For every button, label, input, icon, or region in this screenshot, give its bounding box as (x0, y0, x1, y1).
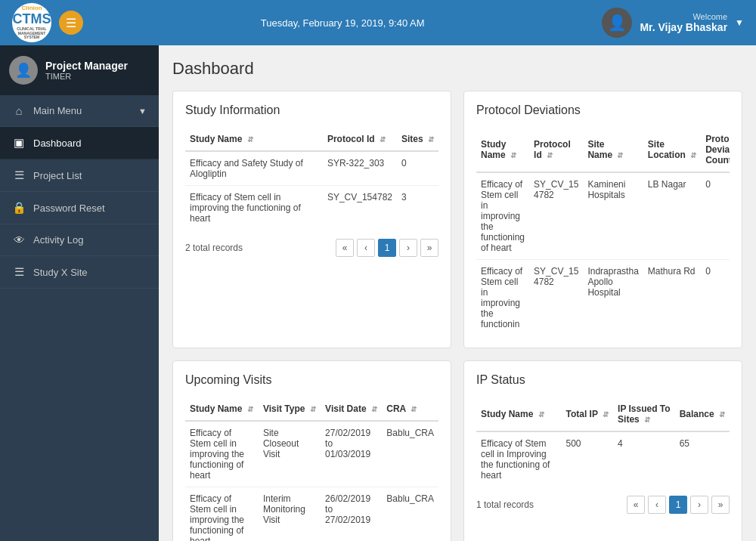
ip-col-issued: IP Issued ToSites ⇵ (613, 397, 675, 431)
pd-sort-site-name[interactable]: ⇵ (617, 151, 623, 159)
ip-page-current-btn[interactable]: 1 (669, 496, 687, 514)
protocol-deviations-card: Protocol Deviations StudyName ⇵ Protocol… (463, 91, 742, 348)
ip-sort-issued[interactable]: ⇵ (644, 416, 650, 424)
protocol-deviations-title: Protocol Deviations (476, 104, 730, 117)
sort-sites[interactable]: ⇵ (428, 135, 434, 144)
sidebar-label-activity-log: Activity Log (33, 234, 83, 246)
sidebar-label-project-list: Project List (33, 170, 82, 181)
cell-pd-site-location: LB Nagar (643, 172, 701, 260)
profile-info: Project Manager TIMER (45, 60, 128, 81)
ip-page-first-btn[interactable]: « (627, 496, 645, 514)
study-info-table: Study Name ⇵ Protocol Id ⇵ Sites ⇵ Effic… (185, 128, 438, 230)
uv-sort-cra[interactable]: ⇵ (411, 405, 417, 413)
ctms-text: CTMS (12, 12, 51, 27)
uv-sort-study-name[interactable]: ⇵ (247, 405, 253, 413)
ip-status-pagination: 1 total records « ‹ 1 › » (476, 496, 730, 514)
sidebar-item-password-reset[interactable]: 🔒 Password Reset (0, 192, 159, 224)
uv-sort-visit-date[interactable]: ⇵ (371, 405, 377, 413)
table-row: Efficacy of Stem cell in improving the f… (185, 487, 438, 542)
pd-col-site-location: SiteLocation ⇵ (643, 128, 701, 172)
logo-circle: Clinion CTMS CLINICAL TRIAL MANAGEMENT S… (12, 3, 51, 42)
page-next-btn[interactable]: › (399, 239, 417, 257)
pd-col-study-name: StudyName ⇵ (476, 128, 529, 172)
pd-col-site-name: SiteName ⇵ (583, 128, 643, 172)
sort-protocol-id[interactable]: ⇵ (380, 135, 386, 144)
study-info-total: 2 total records (185, 243, 333, 253)
datetime-display: Tuesday, February 19, 2019, 9:40 AM (261, 17, 425, 29)
table-row: Efficacy of Stem cell in improving the f… (476, 172, 730, 260)
ip-status-title: IP Status (476, 373, 730, 387)
user-dropdown-arrow[interactable]: ▼ (735, 17, 744, 28)
cell-pd-count: 0 (701, 260, 730, 336)
cell-study-name: Efficacy of Stem cell in improving the f… (185, 186, 323, 230)
cell-pd-study-name: Efficacy of Stem cell in improving the f… (476, 172, 529, 260)
ip-sort-total-ip[interactable]: ⇵ (603, 410, 609, 419)
sidebar-item-project-list[interactable]: ☰ Project List (0, 159, 159, 192)
cell-pd-site-name: Kamineni Hospitals (583, 172, 643, 260)
welcome-text-block: Welcome Mr. Vijay Bhaskar (640, 12, 727, 33)
cell-study-name: Efficacy and Safety Study of Alogliptin (185, 151, 323, 186)
page-current-btn[interactable]: 1 (378, 239, 396, 257)
ip-col-study-name: Study Name ⇵ (476, 397, 562, 431)
sidebar-item-dashboard[interactable]: ▣ Dashboard (0, 127, 159, 159)
sidebar-label-main-menu: Main Menu (33, 105, 82, 116)
ip-sort-study-name[interactable]: ⇵ (538, 410, 544, 419)
study-site-icon: ☰ (12, 265, 26, 279)
cell-protocol-id: SYR-322_303 (323, 151, 397, 186)
top-navigation: Clinion CTMS CLINICAL TRIAL MANAGEMENT S… (0, 0, 756, 45)
cell-pd-study-name: Efficacy of Stem cell in improving the f… (476, 260, 529, 336)
ip-status-card: IP Status Study Name ⇵ Total IP ⇵ IP Iss… (463, 360, 742, 541)
page-title: Dashboard (172, 59, 742, 79)
upcoming-visits-card: Upcoming Visits Study Name ⇵ Visit Type … (172, 360, 451, 541)
page-last-btn[interactable]: » (420, 239, 438, 257)
cell-uv-study-name: Efficacy of Stem cell in improving the f… (185, 421, 259, 487)
main-menu-arrow: ▼ (138, 107, 147, 116)
sidebar-label-password-reset: Password Reset (33, 202, 105, 214)
sidebar-item-activity-log[interactable]: 👁 Activity Log (0, 224, 159, 256)
cell-uv-visit-date: 26/02/2019 to 27/02/2019 (321, 487, 382, 542)
page-prev-btn[interactable]: ‹ (357, 239, 375, 257)
hamburger-menu-button[interactable]: ☰ (59, 11, 83, 35)
pd-sort-protocol-id[interactable]: ⇵ (547, 151, 553, 159)
sidebar-label-dashboard: Dashboard (33, 138, 82, 149)
page-first-btn[interactable]: « (336, 239, 354, 257)
pd-sort-study-name[interactable]: ⇵ (510, 151, 516, 159)
sidebar-item-study-x-site[interactable]: ☰ Study X Site (0, 256, 159, 289)
lock-icon: 🔒 (12, 201, 26, 215)
sidebar-navigation: ⌂ Main Menu ▼ ▣ Dashboard ☰ Project List… (0, 95, 159, 541)
welcome-label: Welcome (640, 12, 727, 21)
home-icon: ⌂ (12, 104, 26, 117)
cell-pd-protocol-id: SY_CV_15 4782 (529, 260, 583, 336)
sort-study-name[interactable]: ⇵ (247, 135, 253, 144)
cell-uv-visit-date: 27/02/2019 to 01/03/2019 (321, 421, 382, 487)
ip-col-total-ip: Total IP ⇵ (562, 397, 614, 431)
user-area: 👤 Welcome Mr. Vijay Bhaskar ▼ (602, 8, 744, 38)
cell-pd-site-name: Indraprastha Apollo Hospital (583, 260, 643, 336)
table-row: Efficacy and Safety Study of Alogliptin … (185, 151, 438, 186)
upcoming-visits-table: Study Name ⇵ Visit Type ⇵ Visit Date ⇵ C… (185, 397, 438, 541)
cell-pd-site-location: Mathura Rd (643, 260, 701, 336)
eye-icon: 👁 (12, 233, 26, 246)
uv-col-visit-type: Visit Type ⇵ (259, 397, 321, 421)
sidebar: 👤 Project Manager TIMER ⌂ Main Menu ▼ ▣ … (0, 45, 159, 541)
cell-protocol-id: SY_CV_154782 (323, 186, 397, 230)
uv-sort-visit-type[interactable]: ⇵ (310, 405, 316, 413)
ip-page-last-btn[interactable]: » (711, 496, 730, 514)
uv-col-study-name: Study Name ⇵ (185, 397, 259, 421)
study-info-pagination: 2 total records « ‹ 1 › » (185, 239, 438, 257)
col-sites: Sites ⇵ (397, 128, 438, 151)
protocol-deviations-scroll: StudyName ⇵ ProtocolId ⇵ SiteName ⇵ Site… (476, 128, 730, 335)
pd-col-protocol-id: ProtocolId ⇵ (529, 128, 583, 172)
pd-col-count: ProtocolDeviationCount ⇵ (701, 128, 730, 172)
ip-page-prev-btn[interactable]: ‹ (648, 496, 666, 514)
cell-ip-total: 500 (562, 431, 614, 487)
user-avatar: 👤 (602, 8, 632, 38)
uv-col-visit-date: Visit Date ⇵ (321, 397, 382, 421)
protocol-deviations-table: StudyName ⇵ ProtocolId ⇵ SiteName ⇵ Site… (476, 128, 730, 335)
sidebar-item-main-menu[interactable]: ⌂ Main Menu ▼ (0, 95, 159, 127)
ip-page-next-btn[interactable]: › (690, 496, 708, 514)
dashboard-icon: ▣ (12, 136, 26, 150)
pd-sort-site-location[interactable]: ⇵ (690, 151, 696, 159)
cell-uv-visit-type: Site Closeout Visit (259, 421, 321, 487)
ip-sort-balance[interactable]: ⇵ (719, 410, 725, 419)
